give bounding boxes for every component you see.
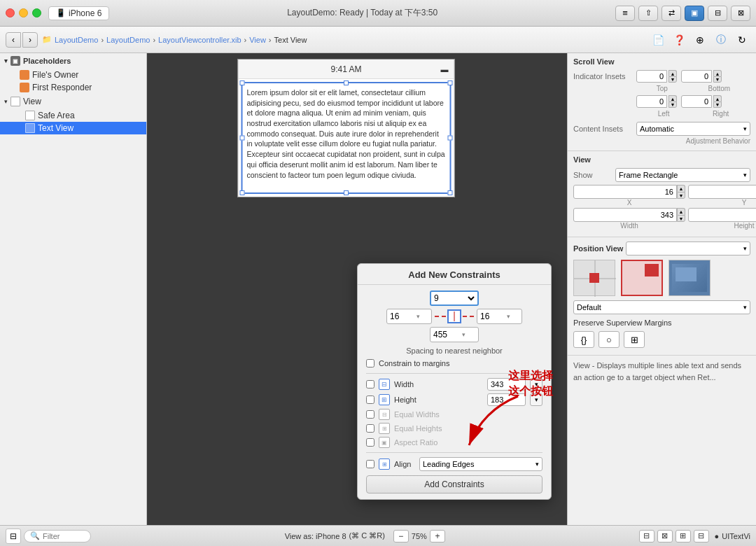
constraint-bottom-input-wrapper[interactable]: ▾ — [430, 327, 479, 342]
share-btn[interactable]: ⇧ — [638, 6, 658, 21]
width-stepper-up[interactable]: ▲ — [677, 208, 685, 215]
safe-area-item[interactable]: Safe Area — [0, 109, 146, 122]
width-stepper-down[interactable]: ▼ — [677, 215, 685, 222]
resize-handle-tr[interactable] — [448, 80, 453, 85]
stepper-up-1[interactable]: ▲ — [668, 70, 677, 76]
align-btn-1[interactable]: ⊟ — [639, 530, 654, 542]
stepper-down-1[interactable]: ▼ — [668, 76, 677, 83]
minimize-button[interactable] — [19, 8, 28, 18]
indicator-top-input[interactable] — [636, 70, 667, 83]
breadcrumb-item-view[interactable]: View — [249, 36, 266, 44]
resize-handle-ml[interactable] — [240, 136, 245, 141]
first-responder-item[interactable]: First Responder — [0, 81, 146, 94]
refresh-icon[interactable]: ↻ — [734, 31, 750, 48]
height-label: Height — [394, 396, 483, 404]
text-view-item[interactable]: Text View — [0, 122, 146, 134]
indicator-left-field: ▲ ▼ — [636, 95, 677, 108]
inspector-icon[interactable]: ⓘ — [713, 31, 729, 48]
width-checkbox[interactable] — [366, 380, 374, 388]
equal-widths-checkbox[interactable] — [366, 410, 374, 419]
collapse-icon[interactable]: ▾ — [4, 57, 8, 64]
constraint-right-input-wrapper[interactable]: ▾ — [477, 309, 522, 324]
position-view-dropdown[interactable]: ▾ — [626, 241, 750, 255]
icon-btn-code[interactable]: {} — [573, 331, 594, 348]
height-field-input[interactable] — [688, 208, 756, 222]
constraint-top-select[interactable]: ▾ — [463, 294, 477, 303]
resize-handle-bm[interactable] — [344, 190, 349, 195]
position-view-section: Position View ▾ — [568, 237, 756, 356]
forward-button[interactable]: › — [22, 32, 38, 48]
fullscreen-button[interactable] — [32, 8, 41, 18]
breadcrumb-item-xib[interactable]: LayoutViewcontroller.xib — [158, 36, 241, 44]
position-box-2[interactable] — [621, 260, 663, 296]
stepper-down-3[interactable]: ▼ — [668, 102, 677, 108]
left-panel-toggle[interactable]: ⊟ — [6, 528, 21, 544]
width-field-input[interactable] — [573, 208, 677, 222]
add-constraints-button[interactable]: Add Constraints — [366, 475, 542, 493]
app-tab[interactable]: 📱 iPhone 6 — [48, 6, 109, 20]
inspector-btn[interactable]: ▣ — [685, 6, 704, 21]
breadcrumb-item-layoutdemo1[interactable]: LayoutDemo — [55, 36, 98, 44]
constraint-top-input-wrapper[interactable]: ▾ — [430, 290, 479, 306]
grid-btn[interactable]: ⊟ — [694, 530, 709, 542]
aspect-ratio-checkbox[interactable] — [366, 438, 374, 447]
view-btn-1[interactable]: ≡ — [615, 6, 635, 21]
position-box-3[interactable] — [668, 260, 710, 296]
zoom-minus-btn[interactable]: − — [393, 530, 409, 542]
split-btn[interactable]: ⊠ — [731, 6, 750, 21]
help-icon[interactable]: ❓ — [671, 31, 687, 48]
breadcrumb-item-layoutdemo2[interactable]: LayoutDemo — [106, 36, 150, 44]
x-stepper-up[interactable]: ▲ — [677, 185, 685, 192]
view-item[interactable]: ▾ View — [0, 94, 146, 109]
resize-handle-br[interactable] — [448, 190, 453, 195]
stepper-up-4[interactable]: ▲ — [713, 95, 722, 102]
height-checkbox[interactable] — [366, 396, 374, 404]
x-stepper-down[interactable]: ▼ — [677, 192, 685, 199]
arrow-btn[interactable]: ⇄ — [662, 6, 681, 21]
files-owner-item[interactable]: File's Owner — [0, 69, 146, 81]
equal-heights-checkbox[interactable] — [366, 424, 374, 433]
icon-btn-circle[interactable]: ○ — [598, 331, 620, 348]
stepper-up-2[interactable]: ▲ — [713, 70, 722, 76]
constraint-left-input-wrapper[interactable]: ▾ — [386, 309, 432, 324]
x-input[interactable] — [573, 185, 677, 199]
align-btn-2[interactable]: ⊠ — [657, 530, 673, 542]
placeholders-label: Placeholders — [23, 57, 71, 65]
frame-rectangle-dropdown[interactable]: Frame Rectangle ▾ — [615, 168, 750, 182]
indicator-left-input[interactable] — [636, 95, 667, 108]
stepper-up-3[interactable]: ▲ — [668, 95, 677, 102]
constraint-bottom-input[interactable] — [430, 330, 462, 340]
close-button[interactable] — [6, 8, 15, 18]
indicator-right-input[interactable] — [681, 95, 712, 108]
resize-handle-tl[interactable] — [240, 80, 245, 85]
view-collapse-icon[interactable]: ▾ — [4, 98, 8, 105]
resize-handle-bl[interactable] — [240, 190, 245, 195]
text-view-box[interactable]: Lorem ipsum dolor sit er elit lamet, con… — [241, 82, 451, 194]
y-input[interactable] — [688, 185, 756, 199]
back-button[interactable]: ‹ — [6, 32, 21, 48]
automatic-dropdown[interactable]: Automatic ▾ — [636, 122, 750, 136]
document-icon[interactable]: 📄 — [650, 31, 666, 48]
position-box-1[interactable] — [573, 260, 615, 296]
stepper-down-4[interactable]: ▼ — [713, 102, 722, 108]
constrain-margins-checkbox[interactable] — [366, 359, 374, 368]
breadcrumb-item-1[interactable]: 📁 — [42, 35, 52, 44]
leading-edges-dropdown[interactable]: Leading Edges ▾ — [419, 457, 542, 471]
zoom-plus-btn[interactable]: + — [430, 530, 445, 542]
layout-btn[interactable]: ⊟ — [708, 6, 727, 21]
constraint-left-input[interactable] — [387, 312, 416, 321]
library-icon[interactable]: ⊕ — [692, 31, 708, 48]
align-btn-3[interactable]: ⊞ — [676, 530, 691, 542]
align-checkbox[interactable] — [366, 460, 374, 468]
constraint-right-input[interactable] — [477, 312, 507, 321]
constraint-top-input[interactable] — [431, 293, 463, 303]
filter-input[interactable] — [43, 532, 85, 540]
icon-btn-grid[interactable]: ⊞ — [624, 331, 645, 348]
show-label: Show — [573, 171, 615, 179]
default-dropdown[interactable]: Default ▾ — [573, 300, 750, 314]
stepper-down-2[interactable]: ▼ — [713, 76, 722, 83]
resize-handle-tm[interactable] — [344, 80, 349, 85]
breadcrumb-item-textview[interactable]: Text View — [274, 36, 307, 44]
resize-handle-mr[interactable] — [448, 136, 453, 141]
indicator-bottom-input[interactable] — [681, 70, 712, 83]
